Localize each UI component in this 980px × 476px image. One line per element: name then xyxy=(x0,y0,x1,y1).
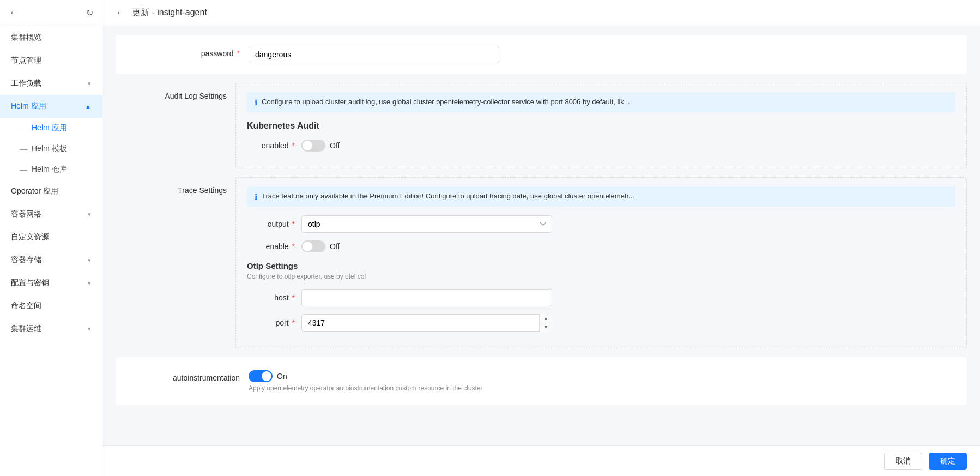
sidebar-label-cluster-ops: 集群运维 xyxy=(11,324,41,334)
trace-section: Trace Settings ℹ Trace feature only avai… xyxy=(116,177,967,348)
port-input-wrap: ▲ ▼ xyxy=(301,314,552,332)
autoinstrumentation-state: On xyxy=(277,372,287,381)
page-title: 更新 - insight-agent xyxy=(132,7,207,19)
dash-icon-3: — xyxy=(20,165,27,174)
sidebar-label-helm-repo: Helm 仓库 xyxy=(32,165,67,174)
kubernetes-audit-title: Kubernetes Audit xyxy=(247,121,955,131)
otlp-settings-title: Otlp Settings xyxy=(247,261,955,270)
port-up-arrow[interactable]: ▲ xyxy=(540,314,552,323)
sidebar-label-config-secret: 配置与密钥 xyxy=(11,278,49,288)
enabled-label: enabled * xyxy=(247,141,301,150)
enable-toggle-knob xyxy=(303,242,312,251)
sidebar-label-namespace: 命名空间 xyxy=(11,301,41,311)
enabled-toggle[interactable] xyxy=(301,140,325,152)
autoinstrumentation-row: autoinstrumentation On Apply opentelemet… xyxy=(116,357,967,392)
sidebar-item-workload[interactable]: 工作负载 ▾ xyxy=(0,72,102,95)
port-arrows: ▲ ▼ xyxy=(539,314,552,332)
refresh-icon[interactable]: ↻ xyxy=(86,8,93,18)
dash-icon-2: — xyxy=(20,144,27,153)
host-row: host * xyxy=(247,289,955,306)
chevron-down-icon-4: ▾ xyxy=(88,280,91,287)
sidebar-item-config-secret[interactable]: 配置与密钥 ▾ xyxy=(0,272,102,294)
autoinstrumentation-knob xyxy=(262,371,271,381)
chevron-up-icon: ▲ xyxy=(85,103,91,110)
autoinstrumentation-section: autoinstrumentation On Apply opentelemet… xyxy=(116,357,967,405)
host-label: host * xyxy=(247,293,301,302)
output-label: output * xyxy=(247,220,301,228)
chevron-down-icon: ▾ xyxy=(88,80,91,87)
trace-info-icon: ℹ xyxy=(255,192,257,201)
sidebar-label-helm-app-sub: Helm 应用 xyxy=(32,123,67,133)
password-row: password * xyxy=(116,35,967,74)
sidebar-label-node-management: 节点管理 xyxy=(11,56,41,65)
audit-log-label: Audit Log Settings xyxy=(116,83,235,100)
enabled-row: enabled * Off xyxy=(247,140,955,152)
otlp-settings-desc: Configure to otlp exporter, use by otel … xyxy=(247,273,955,280)
enable-toggle-container: Off xyxy=(301,240,340,252)
enable-toggle[interactable] xyxy=(301,240,325,252)
sidebar-item-container-network[interactable]: 容器网络 ▾ xyxy=(0,203,102,226)
sidebar-item-node-management[interactable]: 节点管理 xyxy=(0,49,102,72)
sidebar-item-cluster-overview[interactable]: 集群概览 xyxy=(0,26,102,49)
password-input[interactable] xyxy=(249,46,499,63)
main-area: ← 更新 - insight-agent password * xyxy=(102,0,980,476)
password-label: password * xyxy=(129,46,249,58)
sidebar-top-bar: ← ↻ xyxy=(0,0,102,26)
port-down-arrow[interactable]: ▼ xyxy=(540,323,552,332)
chevron-down-icon-5: ▾ xyxy=(88,326,91,333)
sidebar-item-helm-template[interactable]: — Helm 模板 xyxy=(0,138,102,159)
sidebar-item-helm-app-sub[interactable]: — Helm 应用 xyxy=(0,118,102,138)
port-input[interactable] xyxy=(301,314,552,332)
sidebar-item-helm-repo[interactable]: — Helm 仓库 xyxy=(0,159,102,180)
output-row: output * otlp jaeger zipkin xyxy=(247,215,955,233)
port-row: port * ▲ ▼ xyxy=(247,314,955,332)
autoinstrumentation-toggle[interactable] xyxy=(249,370,273,382)
sidebar-label-container-network: 容器网络 xyxy=(11,209,41,219)
output-select[interactable]: otlp jaeger zipkin xyxy=(301,215,552,233)
autoinstrumentation-desc: Apply opentelemetry operator autoinstrum… xyxy=(249,384,483,392)
sidebar: ← ↻ 集群概览 节点管理 工作负载 ▾ Helm 应用 ▲ — Helm 应用… xyxy=(0,0,102,476)
footer: 取消 确定 xyxy=(102,445,980,476)
content-area: password * Audit Log Settings ℹ xyxy=(102,26,980,476)
password-control xyxy=(249,46,954,63)
otlp-settings: Otlp Settings Configure to otlp exporter… xyxy=(247,261,955,332)
page-header: ← 更新 - insight-agent xyxy=(102,0,980,26)
info-icon: ℹ xyxy=(255,98,257,107)
chevron-down-icon-2: ▾ xyxy=(88,211,91,218)
sidebar-label-workload: 工作负载 xyxy=(11,79,41,88)
sidebar-item-helm-app[interactable]: Helm 应用 ▲ xyxy=(0,95,102,118)
sidebar-item-cluster-ops[interactable]: 集群运维 ▾ xyxy=(0,317,102,340)
sidebar-item-custom-resource[interactable]: 自定义资源 xyxy=(0,226,102,249)
header-back-icon[interactable]: ← xyxy=(116,7,125,19)
sidebar-label-helm-app: Helm 应用 xyxy=(11,101,46,111)
autoinstrumentation-toggle-container: On xyxy=(249,370,483,382)
sidebar-label-container-storage: 容器存储 xyxy=(11,255,41,265)
sidebar-item-operator-app[interactable]: Operator 应用 xyxy=(0,180,102,203)
sidebar-label-custom-resource: 自定义资源 xyxy=(11,232,49,242)
enable-label: enable * xyxy=(247,242,301,251)
confirm-button[interactable]: 确定 xyxy=(929,453,967,470)
sidebar-item-container-storage[interactable]: 容器存储 ▾ xyxy=(0,249,102,272)
audit-log-card: ℹ Configure to upload cluster audit log,… xyxy=(235,83,967,168)
toggle-knob xyxy=(303,141,312,150)
chevron-down-icon-3: ▾ xyxy=(88,257,91,264)
sidebar-label-cluster-overview: 集群概览 xyxy=(11,33,41,43)
dash-icon: — xyxy=(20,124,27,132)
host-input[interactable] xyxy=(301,289,552,306)
enable-row: enable * Off xyxy=(247,240,955,252)
enabled-state: Off xyxy=(330,141,340,150)
back-icon[interactable]: ← xyxy=(9,7,19,19)
enable-state: Off xyxy=(330,242,340,251)
sidebar-label-operator-app: Operator 应用 xyxy=(11,186,58,196)
sidebar-item-namespace[interactable]: 命名空间 xyxy=(0,294,102,317)
sidebar-label-helm-template: Helm 模板 xyxy=(32,144,67,154)
trace-info-box: ℹ Trace feature only available in the Pr… xyxy=(247,186,955,207)
autoinstrumentation-label: autoinstrumentation xyxy=(129,370,249,382)
cancel-button[interactable]: 取消 xyxy=(884,453,922,470)
enabled-toggle-container: Off xyxy=(301,140,340,152)
trace-settings-label: Trace Settings xyxy=(116,177,235,195)
audit-log-section: Audit Log Settings ℹ Configure to upload… xyxy=(116,83,967,168)
port-label: port * xyxy=(247,318,301,327)
trace-card: ℹ Trace feature only available in the Pr… xyxy=(235,177,967,348)
audit-info-box: ℹ Configure to upload cluster audit log,… xyxy=(247,92,955,112)
